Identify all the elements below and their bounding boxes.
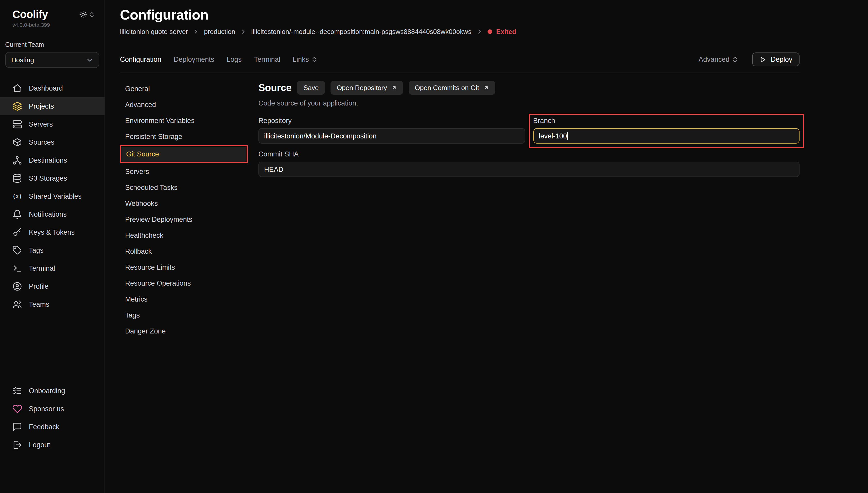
sidebar-item-tags[interactable]: Tags	[0, 241, 105, 259]
external-link-icon	[391, 85, 397, 90]
sidebar-item-label: Shared Variables	[29, 192, 82, 200]
subnav-item-rollback[interactable]: Rollback	[120, 243, 248, 259]
repository-label: Repository	[258, 117, 525, 125]
heart-icon	[12, 404, 22, 414]
advanced-label: Advanced	[699, 56, 729, 63]
current-team-label: Current Team	[5, 41, 99, 48]
logo-row: Coolify	[0, 8, 105, 21]
subnav-item-git-source[interactable]: Git Source	[122, 147, 246, 162]
sidebar-item-label: Profile	[29, 282, 49, 290]
variables-icon: (x)	[12, 191, 22, 201]
subnav-item-servers[interactable]: Servers	[120, 164, 248, 179]
subnav-item-healthcheck[interactable]: Healthcheck	[120, 228, 248, 243]
logout-icon	[12, 440, 22, 450]
sidebar-item-keys-tokens[interactable]: Keys & Tokens	[0, 223, 105, 241]
open-repository-button[interactable]: Open Repository	[331, 81, 403, 95]
team-select[interactable]: Hosting	[5, 52, 99, 68]
sidebar-item-sponsor-us[interactable]: Sponsor us	[0, 400, 105, 418]
sidebar-item-label: Keys & Tokens	[29, 229, 75, 236]
subnav-item-webhooks[interactable]: Webhooks	[120, 196, 248, 212]
coolify-app: Coolify v4.0.0-beta.399 Current Team Hos…	[0, 0, 868, 493]
save-button[interactable]: Save	[297, 81, 325, 95]
deploy-button[interactable]: Deploy	[752, 52, 800, 66]
subnav-item-danger-zone[interactable]: Danger Zone	[120, 323, 248, 339]
external-link-icon	[483, 85, 489, 90]
sidebar-item-label: Destinations	[29, 156, 67, 164]
subnav-item-preview-deployments[interactable]: Preview Deployments	[120, 212, 248, 228]
tab-links-label: Links	[293, 56, 309, 63]
user-icon	[12, 281, 22, 291]
svg-text:(x): (x)	[12, 193, 22, 199]
subnav-item-tags[interactable]: Tags	[120, 307, 248, 323]
sidebar-item-label: Sources	[29, 138, 54, 146]
subnav-item-advanced[interactable]: Advanced	[120, 97, 248, 113]
subnav-item-metrics[interactable]: Metrics	[120, 291, 248, 307]
chevron-down-icon	[86, 56, 93, 64]
tab-terminal[interactable]: Terminal	[254, 56, 280, 63]
sidebar-item-label: Tags	[29, 246, 43, 254]
branch-input-value: level-100	[539, 132, 567, 140]
sidebar-item-label: Terminal	[29, 264, 55, 272]
repository-input[interactable]	[258, 128, 525, 144]
sidebar-item-servers[interactable]: Servers	[0, 115, 105, 133]
subnav-item-scheduled-tasks[interactable]: Scheduled Tasks	[120, 179, 248, 196]
branch-input[interactable]: level-100	[533, 128, 800, 144]
bell-icon	[12, 210, 22, 219]
sidebar-item-logout[interactable]: Logout	[0, 436, 105, 454]
sidebar-item-label: Sponsor us	[29, 405, 64, 413]
sidebar-item-notifications[interactable]: Notifications	[0, 205, 105, 223]
advanced-dropdown[interactable]: Advanced	[699, 56, 739, 63]
sidebar-item-label: Notifications	[29, 211, 67, 218]
key-icon	[12, 228, 22, 237]
sidebar-item-s3-storages[interactable]: S3 Storages	[0, 169, 105, 187]
sidebar-item-projects[interactable]: Projects	[0, 97, 105, 115]
tab-configuration[interactable]: Configuration	[120, 56, 162, 63]
subnav-item-general[interactable]: General	[120, 81, 248, 97]
sidebar-item-label: Logout	[29, 441, 50, 449]
home-icon	[12, 83, 22, 93]
annotation-box-branch: Branch level-100	[528, 114, 804, 148]
sidebar-item-onboarding[interactable]: Onboarding	[0, 382, 105, 400]
server-icon	[12, 120, 22, 129]
sidebar-item-teams[interactable]: Teams	[0, 295, 105, 314]
sidebar-item-label: S3 Storages	[29, 174, 67, 182]
chevron-right-icon	[476, 28, 483, 35]
deploy-label: Deploy	[771, 56, 792, 63]
open-commits-button[interactable]: Open Commits on Git	[408, 81, 495, 95]
sidebar-item-terminal[interactable]: Terminal	[0, 259, 105, 277]
chevrons-up-down-icon	[732, 56, 739, 63]
tab-deployments[interactable]: Deployments	[174, 56, 214, 63]
sidebar-item-dashboard[interactable]: Dashboard	[0, 79, 105, 97]
commit-sha-label: Commit SHA	[258, 150, 800, 158]
tab-logs[interactable]: Logs	[227, 56, 242, 63]
breadcrumb-resource[interactable]: illicitestonion/-module--decomposition:m…	[251, 28, 471, 36]
users-icon	[12, 300, 22, 309]
section-title: Source	[258, 82, 292, 93]
commit-sha-input[interactable]	[258, 162, 800, 177]
page-title: Configuration	[120, 7, 800, 23]
repository-field-group: Repository	[258, 117, 525, 144]
chevrons-up-down-icon	[88, 11, 95, 18]
sidebar-item-shared-variables[interactable]: (x) Shared Variables	[0, 187, 105, 205]
tabs-right-controls: Advanced Deploy	[699, 52, 800, 66]
subnav-item-resource-limits[interactable]: Resource Limits	[120, 259, 248, 275]
status-dot-icon	[487, 29, 492, 34]
tabs-row: Configuration Deployments Logs Terminal …	[120, 52, 800, 66]
subnav-item-resource-operations[interactable]: Resource Operations	[120, 275, 248, 291]
sidebar-item-feedback[interactable]: Feedback	[0, 418, 105, 436]
sidebar-item-sources[interactable]: Sources	[0, 133, 105, 151]
sidebar-item-label: Teams	[29, 301, 49, 308]
status-label: Exited	[496, 28, 516, 36]
breadcrumb-project[interactable]: illicitonion quote server	[120, 28, 188, 36]
theme-switcher[interactable]	[79, 10, 95, 18]
subnav-item-environment-variables[interactable]: Environment Variables	[120, 113, 248, 129]
tab-links[interactable]: Links	[293, 56, 318, 63]
subnav-item-persistent-storage[interactable]: Persistent Storage	[120, 129, 248, 145]
breadcrumb-environment[interactable]: production	[204, 28, 235, 36]
annotation-box-git-source: Git Source	[120, 145, 248, 163]
checklist-icon	[12, 386, 22, 396]
sidebar-item-profile[interactable]: Profile	[0, 277, 105, 295]
sidebar-item-label: Dashboard	[29, 84, 63, 92]
sidebar-item-destinations[interactable]: Destinations	[0, 151, 105, 169]
sidebar-item-label: Onboarding	[29, 387, 65, 395]
